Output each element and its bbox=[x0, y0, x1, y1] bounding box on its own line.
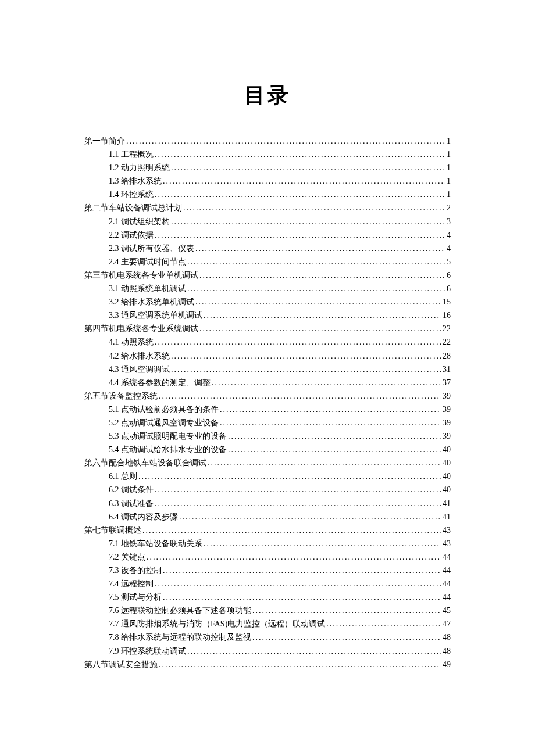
toc-entry-label: 第八节调试安全措施 bbox=[84, 658, 158, 671]
toc-entry-page: 39 bbox=[443, 403, 451, 416]
toc-entry-label: 7.9 环控系统联动调试 bbox=[109, 644, 186, 658]
toc-entry: 3.2 给排水系统单机调试 15 bbox=[84, 295, 451, 309]
toc-entry-page: 41 bbox=[443, 510, 451, 524]
toc-entry-label: 7.7 通风防排烟系统与消防（FAS)电力监控（远程）联动调试 bbox=[109, 617, 325, 630]
toc-entry-page: 6 bbox=[447, 282, 451, 295]
toc-entry-page: 49 bbox=[443, 658, 451, 671]
toc-entry-page: 1 bbox=[447, 161, 451, 174]
toc-entry-page: 39 bbox=[443, 416, 451, 429]
toc-leader-dots bbox=[171, 215, 445, 228]
toc-leader-dots bbox=[199, 322, 441, 335]
toc-entry-label: 2.4 主要调试时间节点 bbox=[109, 255, 186, 268]
toc-leader-dots bbox=[163, 174, 445, 188]
toc-entry: 1.3 给排水系统 1 bbox=[84, 174, 451, 188]
toc-entry-label: 7.3 设备的控制 bbox=[109, 564, 162, 577]
toc-entry: 7.8 给排水系统与远程的联动控制及监视 48 bbox=[84, 630, 451, 644]
toc-leader-dots bbox=[220, 403, 441, 416]
toc-leader-dots bbox=[252, 604, 441, 617]
toc-entry-label: 4.1 动照系统 bbox=[109, 335, 154, 349]
toc-leader-dots bbox=[171, 349, 441, 363]
toc-leader-dots bbox=[138, 470, 441, 483]
toc-leader-dots bbox=[195, 242, 445, 255]
toc-leader-dots bbox=[212, 376, 441, 389]
toc-leader-dots bbox=[155, 577, 441, 590]
toc-entry-page: 43 bbox=[443, 537, 451, 550]
toc-entry: 6.3 调试准备 41 bbox=[84, 497, 451, 510]
toc-entry-page: 37 bbox=[443, 376, 451, 389]
toc-leader-dots bbox=[208, 456, 441, 470]
toc-entry-page: 47 bbox=[443, 617, 451, 630]
toc-entry: 7.2 关键点 44 bbox=[84, 550, 451, 564]
toc-entry: 7.3 设备的控制 44 bbox=[84, 564, 451, 577]
toc-entry: 第一节简介 1 bbox=[84, 134, 451, 148]
toc-entry-page: 6 bbox=[447, 268, 451, 282]
toc-entry-label: 第六节配合地铁车站设备联合调试 bbox=[84, 456, 206, 470]
toc-entry-page: 15 bbox=[443, 295, 451, 309]
toc-entry: 第四节机电系统各专业系统调试 22 bbox=[84, 322, 451, 335]
toc-entry: 7.6 远程联动控制必须具备下述各项功能 45 bbox=[84, 604, 451, 617]
toc-entry-page: 40 bbox=[443, 483, 451, 496]
toc-leader-dots bbox=[195, 295, 441, 309]
toc-entry-label: 3.3 通风空调系统单机调试 bbox=[109, 309, 202, 322]
toc-leader-dots bbox=[163, 564, 441, 577]
toc-entry-label: 7.2 关键点 bbox=[109, 550, 145, 564]
toc-entry-label: 第五节设备监控系统 bbox=[84, 389, 158, 403]
toc-entry: 6.4 调试内容及步骤 41 bbox=[84, 510, 451, 524]
toc-entry: 5.4 点动调试给水排水专业的设备 40 bbox=[84, 443, 451, 456]
toc-entry-label: 6.3 调试准备 bbox=[109, 497, 154, 510]
toc-entry: 6.2 调试条件 40 bbox=[84, 483, 451, 496]
toc-leader-dots bbox=[159, 389, 441, 403]
toc-entry: 5.3 点动调试照明配电专业的设备 39 bbox=[84, 429, 451, 443]
toc-entry: 1.4 环控系统 1 bbox=[84, 188, 451, 201]
toc-entry-label: 第二节车站设备调试总计划 bbox=[84, 201, 182, 214]
toc-entry-page: 4 bbox=[447, 228, 451, 242]
toc-entry: 4.3 通风空调调试 31 bbox=[84, 363, 451, 376]
toc-entry-label: 1.1 工程概况 bbox=[109, 148, 154, 161]
toc-entry-label: 7.6 远程联动控制必须具备下述各项功能 bbox=[109, 604, 251, 617]
toc-entry-label: 5.1 点动试验前必须具备的条件 bbox=[109, 403, 219, 416]
toc-leader-dots bbox=[142, 524, 441, 537]
toc-entry: 5.2 点动调试通风空调专业设备 39 bbox=[84, 416, 451, 429]
toc-leader-dots bbox=[252, 630, 441, 644]
toc-entry: 第二节车站设备调试总计划 2 bbox=[84, 201, 451, 214]
toc-entry-page: 44 bbox=[443, 590, 451, 604]
toc-leader-dots bbox=[155, 148, 445, 161]
toc-entry: 4.4 系统各参数的测定、调整 37 bbox=[84, 376, 451, 389]
toc-leader-dots bbox=[187, 255, 445, 268]
toc-entry-page: 48 bbox=[443, 644, 451, 658]
toc-leader-dots bbox=[187, 644, 441, 658]
toc-leader-dots bbox=[155, 497, 441, 510]
toc-entry-label: 4.2 给水排水系统 bbox=[109, 349, 170, 363]
toc-entry-page: 1 bbox=[447, 148, 451, 161]
toc-entry-label: 4.4 系统各参数的测定、调整 bbox=[109, 376, 211, 389]
toc-entry-page: 1 bbox=[447, 134, 451, 148]
toc-entry-page: 16 bbox=[443, 309, 451, 322]
toc-entry: 第八节调试安全措施 49 bbox=[84, 658, 451, 671]
toc-entry-label: 第四节机电系统各专业系统调试 bbox=[84, 322, 198, 335]
toc-entry-label: 6.4 调试内容及步骤 bbox=[109, 510, 178, 524]
toc-entry-page: 1 bbox=[447, 188, 451, 201]
toc-entry-page: 44 bbox=[443, 564, 451, 577]
toc-leader-dots bbox=[204, 537, 441, 550]
toc-leader-dots bbox=[155, 188, 445, 201]
toc-entry: 7.4 远程控制 44 bbox=[84, 577, 451, 590]
toc-entry-label: 6.1 总则 bbox=[109, 470, 137, 483]
toc-entry: 第七节联调概述 43 bbox=[84, 524, 451, 537]
toc-leader-dots bbox=[155, 335, 441, 349]
toc-entry-label: 6.2 调试条件 bbox=[109, 483, 154, 496]
document-page: 目录 第一节简介 11.1 工程概况 11.2 动力照明系统 11.3 给排水系… bbox=[0, 0, 535, 729]
toc-entry: 6.1 总则 40 bbox=[84, 470, 451, 483]
toc-entry-label: 第七节联调概述 bbox=[84, 524, 141, 537]
toc-entry-page: 2 bbox=[447, 201, 451, 214]
toc-entry-label: 第三节机电系统各专业单机调试 bbox=[84, 268, 198, 282]
toc-entry: 4.1 动照系统 22 bbox=[84, 335, 451, 349]
toc-entry-page: 3 bbox=[447, 215, 451, 228]
toc-leader-dots bbox=[171, 363, 441, 376]
toc-leader-dots bbox=[155, 228, 445, 242]
toc-entry: 2.1 调试组织架构 3 bbox=[84, 215, 451, 228]
toc-leader-dots bbox=[228, 443, 441, 456]
toc-entry-page: 40 bbox=[443, 443, 451, 456]
toc-entry: 第六节配合地铁车站设备联合调试 40 bbox=[84, 456, 451, 470]
toc-entry: 1.1 工程概况 1 bbox=[84, 148, 451, 161]
toc-leader-dots bbox=[171, 161, 445, 174]
